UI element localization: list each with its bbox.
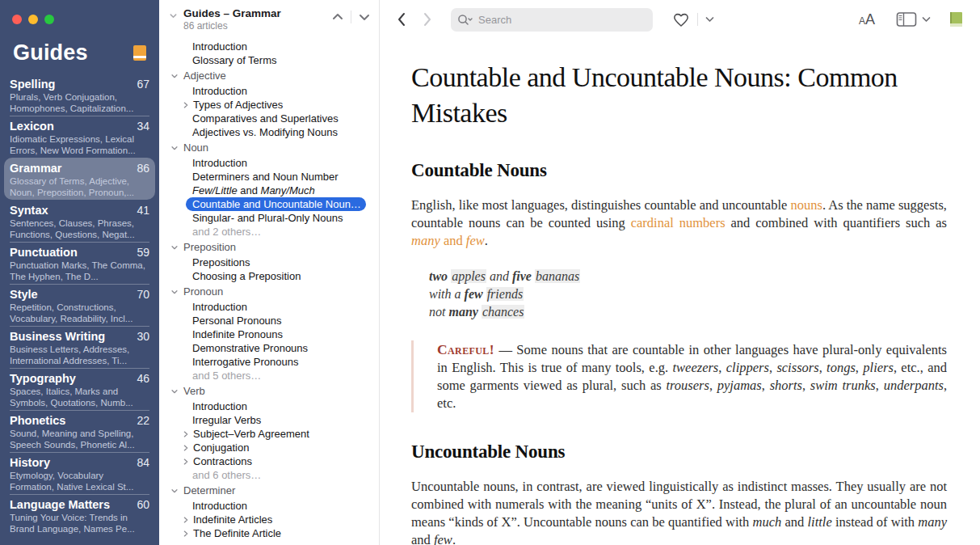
tree-item-irregular-verbs[interactable]: Irregular Verbs: [159, 413, 379, 427]
tree-item-conjugation[interactable]: Conjugation: [159, 441, 379, 454]
tree-group-noun[interactable]: Noun: [159, 141, 379, 154]
search-icon: [457, 14, 473, 26]
tree-group-determiner[interactable]: Determiner: [159, 484, 379, 497]
tree-item-introduction[interactable]: Introduction: [159, 156, 379, 170]
favorite-menu-chevron-icon[interactable]: [705, 16, 714, 23]
tree-item-introduction[interactable]: Introduction: [159, 399, 379, 413]
example-line: with a few friends: [429, 285, 947, 303]
tree-item-personal-pronouns[interactable]: Personal Pronouns: [159, 314, 379, 327]
tree-item-label: and 5 others…: [192, 369, 261, 382]
article-link[interactable]: few: [466, 233, 485, 248]
tree-item-adjectives-vs-modifying-nouns[interactable]: Adjectives vs. Modifying Nouns: [159, 125, 379, 139]
chevron-right-icon[interactable]: [183, 444, 189, 452]
sidebar-item-typography[interactable]: Typography46Spaces, Italics, Marks and S…: [0, 368, 159, 410]
chevron-right-icon[interactable]: [183, 530, 189, 538]
article-link[interactable]: and: [440, 233, 466, 248]
sidebar-item-syntax[interactable]: Syntax41Sentences, Clauses, Phrases, Fun…: [0, 200, 159, 242]
collapse-list-chevron-down-icon[interactable]: [169, 11, 178, 20]
next-article-button[interactable]: [358, 11, 371, 23]
chevron-down-icon[interactable]: [170, 288, 179, 296]
tree-item-glossary-of-terms[interactable]: Glossary of Terms: [159, 53, 379, 67]
sidebar-item-subtitle: Spaces, Italics, Marks and Symbols, Quot…: [10, 386, 149, 408]
tree-item-label: Adjective: [183, 69, 226, 82]
close-window-button[interactable]: [12, 15, 22, 24]
sidebar-item-subtitle: Glossary of Terms, Adjective, Noun, Prep…: [10, 175, 149, 198]
tree-item-and-5-others[interactable]: and 5 others…: [159, 369, 379, 382]
guide-book-icon[interactable]: [950, 12, 962, 27]
tree-item-few-little-and-many-much[interactable]: Few/Little and Many/Much: [159, 184, 379, 197]
content-panel: AA Countable and Uncountable Nouns: Comm…: [380, 0, 980, 545]
article-link[interactable]: cardinal numbers: [631, 215, 726, 230]
tree-item-label: Verb: [183, 384, 205, 398]
sidebar-item-grammar[interactable]: Grammar86Glossary of Terms, Adjective, N…: [4, 158, 155, 200]
chevron-right-icon[interactable]: [183, 516, 189, 524]
minimize-window-button[interactable]: [28, 15, 38, 24]
article-link[interactable]: nouns: [790, 197, 822, 213]
chevron-down-icon[interactable]: [170, 144, 179, 152]
tree-item-demonstrative-pronouns[interactable]: Demonstrative Pronouns: [159, 341, 379, 355]
back-button[interactable]: [396, 11, 407, 27]
layout-menu-chevron-icon[interactable]: [922, 16, 931, 23]
tree-item-interrogative-pronouns[interactable]: Interrogative Pronouns: [159, 355, 379, 369]
tree-item-introduction[interactable]: Introduction: [159, 40, 379, 53]
sidebar-item-subtitle: Sentences, Clauses, Phrases, Functions, …: [10, 218, 149, 240]
tree-item-subject-verb-agreement[interactable]: Subject–Verb Agreement: [159, 427, 379, 441]
tree-item-countable-and-uncountable-noun[interactable]: Countable and Uncountable Noun…: [186, 197, 366, 211]
tree-group-adjective[interactable]: Adjective: [159, 69, 379, 82]
tree-item-label: Singular- and Plural-Only Nouns: [192, 211, 343, 225]
forward-button[interactable]: [422, 11, 433, 27]
search-field[interactable]: [451, 8, 653, 32]
tree-item-and-6-others[interactable]: and 6 others…: [159, 468, 379, 482]
sidebar-item-count: 46: [137, 372, 149, 385]
sidebar-item-punctuation[interactable]: Punctuation59Punctuation Marks, The Comm…: [0, 242, 159, 284]
tree-item-introduction[interactable]: Introduction: [159, 84, 379, 98]
tree-item-indefinite-pronouns[interactable]: Indefinite Pronouns: [159, 327, 379, 341]
sidebar-item-business-writing[interactable]: Business Writing30Business Letters, Addr…: [0, 326, 159, 368]
tree-item-label: Prepositions: [192, 256, 250, 269]
sidebar-item-lexicon[interactable]: Lexicon34Idiomatic Expressions, Lexical …: [0, 116, 159, 158]
tree-item-label: Introduction: [192, 156, 247, 170]
tree-item-and-2-others[interactable]: and 2 others…: [159, 225, 379, 239]
tree-item-contractions[interactable]: Contractions: [159, 454, 379, 468]
sidebar-item-phonetics[interactable]: Phonetics22Sound, Meaning and Spelling, …: [0, 410, 159, 452]
sidebar-item-spelling[interactable]: Spelling67Plurals, Verb Conjugation, Hom…: [0, 74, 159, 116]
layout-view-button[interactable]: [896, 11, 917, 27]
tree-group-pronoun[interactable]: Pronoun: [159, 285, 379, 298]
search-input[interactable]: [477, 13, 646, 27]
tree-item-determiners-and-noun-number[interactable]: Determiners and Noun Number: [159, 170, 379, 184]
tree-item-singular-and-plural-only-nouns[interactable]: Singular- and Plural-Only Nouns: [159, 211, 379, 225]
tree-item-introduction[interactable]: Introduction: [159, 300, 379, 314]
text-size-small-a: A: [859, 15, 865, 27]
careful-callout: Careful! — Some nouns that are countable…: [411, 340, 947, 412]
chevron-down-icon[interactable]: [170, 487, 179, 495]
tree-item-label: Introduction: [192, 300, 247, 314]
previous-article-button[interactable]: [331, 11, 344, 23]
divider: [697, 13, 698, 26]
tree-group-preposition[interactable]: Preposition: [159, 240, 379, 254]
tree-group-verb[interactable]: Verb: [159, 384, 379, 398]
tree-item-the-definite-article[interactable]: The Definite Article: [159, 526, 379, 540]
favorite-heart-icon[interactable]: [672, 11, 690, 27]
article-link[interactable]: many: [411, 233, 440, 248]
chevron-right-icon[interactable]: [183, 430, 189, 438]
zoom-window-button[interactable]: [44, 15, 54, 24]
tree-item-choosing-a-preposition[interactable]: Choosing a Preposition: [159, 269, 379, 283]
sidebar-item-language-matters[interactable]: Language Matters60Tuning Your Voice: Tre…: [0, 494, 159, 536]
chevron-down-icon[interactable]: [170, 243, 179, 251]
chevron-right-icon[interactable]: [183, 458, 189, 466]
tree-item-types-of-adjectives[interactable]: Types of Adjectives: [159, 98, 379, 112]
sidebar-item-style[interactable]: Style70Repetition, Constructions, Vocabu…: [0, 284, 159, 326]
sidebar-item-count: 22: [137, 414, 149, 427]
chevron-down-icon[interactable]: [170, 387, 179, 395]
divider: [351, 11, 351, 23]
tree-item-introduction[interactable]: Introduction: [159, 499, 379, 513]
tree-item-label: Introduction: [192, 399, 247, 413]
chevron-down-icon[interactable]: [170, 72, 179, 80]
chevron-right-icon[interactable]: [183, 101, 189, 109]
tree-item-prepositions[interactable]: Prepositions: [159, 256, 379, 269]
tree-item-indefinite-articles[interactable]: Indefinite Articles: [159, 513, 379, 526]
tree-item-comparatives-and-superlatives[interactable]: Comparatives and Superlatives: [159, 112, 379, 125]
tree-item-label: Personal Pronouns: [192, 314, 282, 327]
text-size-button[interactable]: AA: [859, 11, 875, 28]
sidebar-item-history[interactable]: History84Etymology, Vocabulary Formation…: [0, 452, 159, 494]
